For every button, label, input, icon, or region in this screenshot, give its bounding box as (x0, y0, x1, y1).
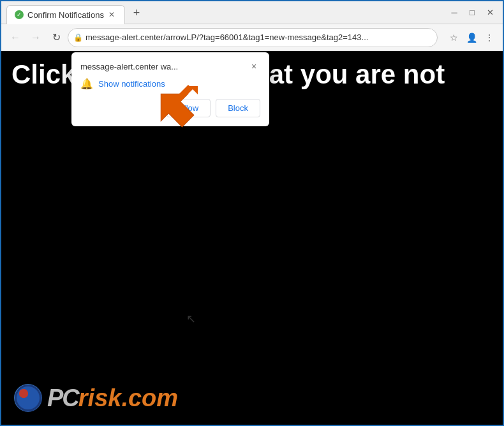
pcrisk-pc-text2: C (62, 385, 78, 411)
browser-window: ✓ Confirm Notifications ✕ + ─ □ ✕ ← → ↻ … (0, 0, 504, 426)
window-controls: ─ □ ✕ (447, 5, 498, 20)
pcrisk-logo: PCrisk.com (14, 384, 178, 412)
refresh-icon: ↻ (52, 31, 61, 43)
notification-popup: message-alert.center wa... × 🔔 Show noti… (71, 52, 269, 126)
back-button[interactable]: ← (6, 29, 24, 47)
lock-icon: 🔒 (73, 33, 83, 42)
maximize-button[interactable]: □ (464, 5, 480, 20)
pcrisk-ball-icon (14, 384, 42, 412)
pcrisk-risk-text: risk.com (78, 385, 178, 411)
bell-icon: 🔔 (80, 78, 93, 90)
svg-point-4 (19, 389, 28, 398)
show-notifications-link[interactable]: Show notifications (98, 79, 165, 89)
refresh-button[interactable]: ↻ (47, 29, 65, 47)
pcrisk-pc-text: P (47, 385, 62, 411)
tab-title: Confirm Notifications (27, 10, 104, 20)
profile-button[interactable]: 👤 (463, 29, 480, 46)
block-button[interactable]: Block (216, 99, 260, 117)
back-icon: ← (10, 32, 20, 43)
popup-buttons: Allow Block (80, 99, 260, 117)
browser-tab[interactable]: ✓ Confirm Notifications ✕ (6, 5, 125, 24)
bookmark-button[interactable]: ☆ (445, 29, 462, 46)
allow-button[interactable]: Allow (167, 99, 211, 117)
mouse-cursor: ↖ (186, 312, 196, 326)
url-bar[interactable]: 🔒 message-alert.center/arrowLP/?tag=6600… (68, 28, 438, 47)
url-text: message-alert.center/arrowLP/?tag=66001&… (85, 33, 431, 42)
svg-point-3 (17, 386, 40, 409)
minimize-button[interactable]: ─ (447, 5, 462, 20)
pcrisk-ball-svg (14, 384, 42, 412)
popup-header: message-alert.center wa... × (80, 60, 260, 73)
forward-button[interactable]: → (27, 29, 45, 47)
url-actions: ☆ 👤 ⋮ (445, 29, 498, 46)
svg-point-5 (20, 390, 25, 395)
window-close-button[interactable]: ✕ (482, 5, 498, 20)
pcrisk-text: PCrisk.com (47, 385, 178, 412)
new-tab-button[interactable]: + (128, 4, 145, 22)
tab-favicon: ✓ (15, 10, 24, 19)
popup-title: message-alert.center wa... (80, 62, 178, 71)
forward-icon: → (31, 32, 41, 43)
page-content: Click rm that you are not ot! message-al… (1, 51, 503, 425)
menu-button[interactable]: ⋮ (481, 29, 498, 46)
addressbar: ← → ↻ 🔒 message-alert.center/arrowLP/?ta… (1, 24, 503, 51)
popup-close-button[interactable]: × (248, 60, 260, 73)
popup-notification-row: 🔔 Show notifications (80, 78, 260, 90)
tab-close-button[interactable]: ✕ (107, 10, 117, 20)
titlebar: ✓ Confirm Notifications ✕ + ─ □ ✕ (1, 1, 503, 24)
